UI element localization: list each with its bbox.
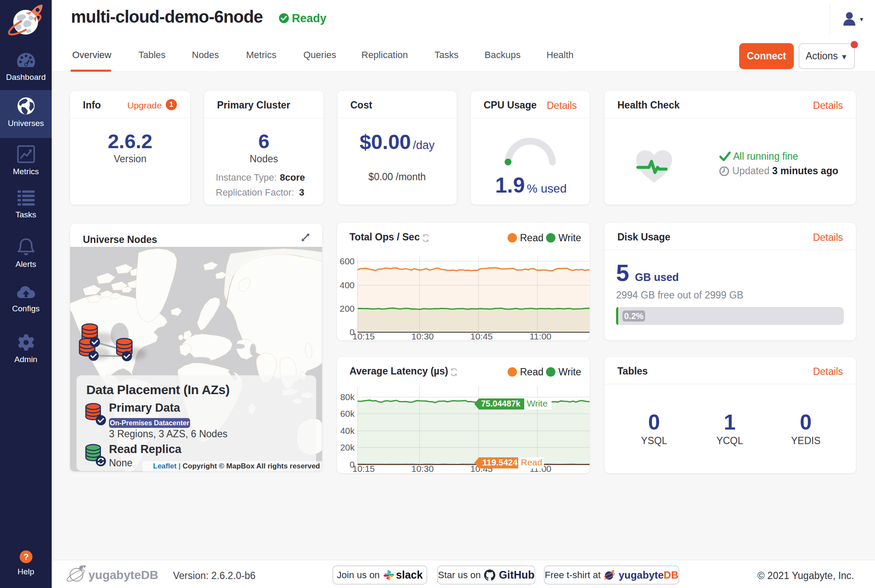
svg-text:Read: Read: [521, 457, 542, 467]
svg-text:40k: 40k: [340, 426, 355, 436]
svg-text:80k: 80k: [340, 392, 355, 402]
svg-text:600: 600: [340, 256, 355, 266]
svg-text:10:15: 10:15: [352, 464, 375, 473]
svg-text:60k: 60k: [340, 409, 355, 418]
svg-text:10:30: 10:30: [411, 331, 434, 340]
svg-text:Write: Write: [527, 398, 548, 408]
svg-text:10:45: 10:45: [470, 331, 493, 340]
svg-text:75.04487k: 75.04487k: [481, 399, 520, 408]
svg-text:200: 200: [340, 304, 355, 313]
svg-text:10:15: 10:15: [352, 331, 375, 340]
svg-text:119.5424: 119.5424: [482, 458, 518, 467]
svg-text:10:30: 10:30: [411, 464, 434, 473]
svg-text:20k: 20k: [340, 442, 355, 452]
svg-text:11:00: 11:00: [530, 331, 552, 340]
svg-text:?: ?: [23, 552, 28, 562]
svg-text:400: 400: [340, 280, 355, 290]
